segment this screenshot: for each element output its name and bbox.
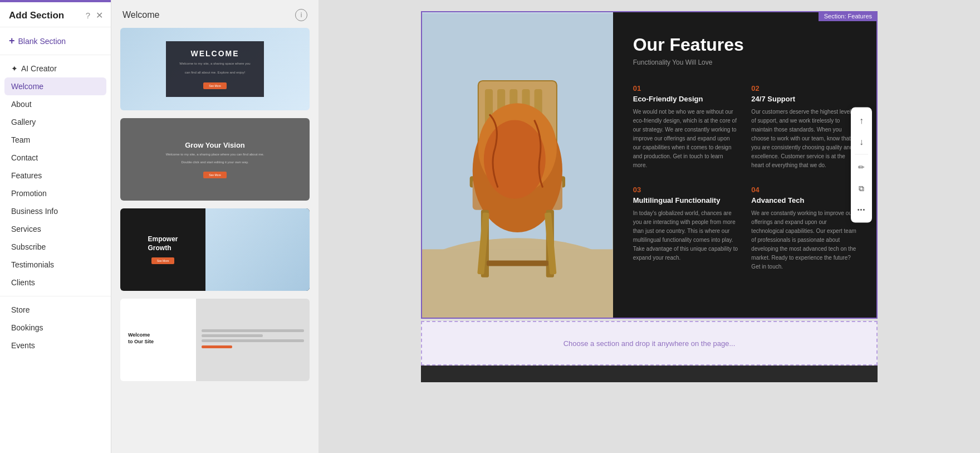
template-card-empower[interactable]: EmpowerGrowth See More xyxy=(120,208,310,291)
info-icon[interactable]: i xyxy=(295,9,307,21)
feature-desc: We are constantly working to improve our… xyxy=(751,209,856,271)
drop-zone[interactable]: Choose a section and drop it anywhere on… xyxy=(421,321,878,366)
text-line xyxy=(202,339,304,342)
sidebar-item-subscribe[interactable]: Subscribe xyxy=(0,238,111,256)
right-panel: Section: Features xyxy=(318,0,980,453)
features-subtitle: Functionality You Will Love xyxy=(633,59,856,66)
sidebar-item-welcome[interactable]: Welcome xyxy=(4,77,106,95)
duplicate-icon: ⧉ xyxy=(859,183,864,193)
sidebar-item-label: AI Creator xyxy=(21,64,57,73)
toolbar-divider xyxy=(855,154,868,155)
nav-list: ✦ AI Creator Welcome About Gallery Team … xyxy=(0,55,111,453)
drop-zone-text: Choose a section and drop it anywhere on… xyxy=(564,339,736,348)
edit-button[interactable]: ✏ xyxy=(851,157,872,177)
feature-num: 03 xyxy=(633,186,738,194)
sidebar-item-label: Testimonials xyxy=(11,260,54,269)
feature-item-1: 01 Eco-Friendly Design We would not be w… xyxy=(633,84,738,170)
sidebar-item-team[interactable]: Team xyxy=(0,131,111,149)
section-label: Section: Features xyxy=(819,11,878,21)
sidebar-item-business-info[interactable]: Business Info xyxy=(0,202,111,220)
sidebar-item-about[interactable]: About xyxy=(0,95,111,113)
sidebar-item-promotion[interactable]: Promotion xyxy=(0,184,111,202)
template-btn: See More xyxy=(151,257,175,264)
middle-panel: Welcome i WELCOME Welcome to my site, a … xyxy=(111,0,318,453)
feature-item-4: 04 Advanced Tech We are constantly worki… xyxy=(751,186,856,271)
feature-name: 24/7 Support xyxy=(751,95,856,103)
sidebar-item-label: Welcome xyxy=(11,82,43,91)
sidebar-item-store[interactable]: Store xyxy=(0,301,111,319)
template-sub: Welcome to my site, a sharing place wher… xyxy=(166,153,264,156)
sidebar-item-events[interactable]: Events xyxy=(0,337,111,354)
sidebar-item-label: Contact xyxy=(11,153,38,162)
sidebar-item-label: Store xyxy=(11,305,30,314)
ai-sparkle-icon: ✦ xyxy=(11,64,18,73)
feature-name: Advanced Tech xyxy=(751,196,856,204)
sidebar-item-services[interactable]: Services xyxy=(0,220,111,238)
floating-toolbar: ↑ ↓ ✏ ⧉ ••• xyxy=(851,108,872,223)
template-left: Welcometo Our Site xyxy=(120,299,196,381)
sidebar-item-label: About xyxy=(11,100,32,109)
feature-name: Eco-Friendly Design xyxy=(633,95,738,103)
btn-line xyxy=(202,345,232,348)
page-canvas: Section: Features xyxy=(318,0,980,453)
sidebar-item-bookings[interactable]: Bookings xyxy=(0,319,111,337)
sidebar-item-features[interactable]: Features xyxy=(0,167,111,184)
middle-panel-header: Welcome i xyxy=(111,0,318,28)
sidebar-item-testimonials[interactable]: Testimonials xyxy=(0,256,111,274)
features-content-right: Our Features Functionality You Will Love… xyxy=(613,12,876,318)
svg-rect-2 xyxy=(422,249,613,316)
feature-num: 01 xyxy=(633,84,738,92)
template-sub: Welcome to my site, a sharing space wher… xyxy=(179,61,250,66)
sidebar-item-label: Clients xyxy=(11,278,35,287)
feature-name: Multilingual Functionality xyxy=(633,196,738,204)
template-btn: See More xyxy=(203,172,227,178)
template-sub2: can find all about me. Explore and enjoy… xyxy=(179,70,250,75)
sidebar-item-gallery[interactable]: Gallery xyxy=(0,113,111,131)
plus-icon: + xyxy=(9,35,15,47)
feature-num: 04 xyxy=(751,186,856,194)
template-list: WELCOME Welcome to my site, a sharing sp… xyxy=(111,28,318,453)
sidebar-item-label: Subscribe xyxy=(11,242,46,251)
features-main-title: Our Features xyxy=(633,35,856,55)
sidebar-item-clients[interactable]: Clients xyxy=(0,274,111,291)
template-lines xyxy=(202,329,304,350)
edit-icon: ✏ xyxy=(858,163,865,172)
template-title: EmpowerGrowth xyxy=(148,235,178,252)
sidebar-item-label: Services xyxy=(11,225,41,233)
template-card-grow[interactable]: Grow Your Vision Welcome to my site, a s… xyxy=(120,118,310,201)
sidebar-item-contact[interactable]: Contact xyxy=(0,149,111,167)
move-up-button[interactable]: ↑ xyxy=(851,111,872,131)
duplicate-button[interactable]: ⧉ xyxy=(851,178,872,198)
feature-item-2: 02 24/7 Support Our customers deserve th… xyxy=(751,84,856,170)
move-down-button[interactable]: ↓ xyxy=(851,132,872,152)
sidebar-item-label: Team xyxy=(11,135,30,144)
features-image-left xyxy=(422,12,613,318)
sidebar-item-label: Bookings xyxy=(11,323,43,332)
sidebar-item-label: Events xyxy=(11,341,35,350)
header-icons: ? ✕ xyxy=(86,10,103,21)
svg-rect-16 xyxy=(487,261,548,266)
template-card-welcome2[interactable]: Welcometo Our Site xyxy=(120,299,310,381)
feature-desc: We would not be who we are without our e… xyxy=(633,108,738,170)
feature-desc: In today's globalized world, chances are… xyxy=(633,209,738,262)
template-inner: Grow Your Vision Welcome to my site, a s… xyxy=(166,141,264,178)
template-right xyxy=(205,208,310,291)
template-card-welcome[interactable]: WELCOME Welcome to my site, a sharing sp… xyxy=(120,28,310,110)
template-right xyxy=(196,299,310,381)
sidebar-item-ai-creator[interactable]: ✦ AI Creator xyxy=(0,60,111,77)
text-line xyxy=(202,334,263,337)
close-icon[interactable]: ✕ xyxy=(96,10,103,21)
sidebar-item-label: Business Info xyxy=(11,207,58,216)
left-panel: Add Section ? ✕ + Blank Section ✦ AI Cre… xyxy=(0,0,111,453)
template-btn: See More xyxy=(203,82,227,89)
up-arrow-icon: ↑ xyxy=(859,116,864,126)
help-icon[interactable]: ? xyxy=(86,11,90,20)
features-section[interactable]: Section: Features xyxy=(421,11,878,319)
sidebar-item-label: Features xyxy=(11,171,42,180)
middle-panel-title: Welcome xyxy=(122,10,159,20)
template-title: Welcometo Our Site xyxy=(128,332,188,345)
more-options-button[interactable]: ••• xyxy=(851,199,872,220)
blank-section-button[interactable]: + Blank Section xyxy=(0,27,111,55)
text-line xyxy=(202,329,304,332)
feature-num: 02 xyxy=(751,84,856,92)
